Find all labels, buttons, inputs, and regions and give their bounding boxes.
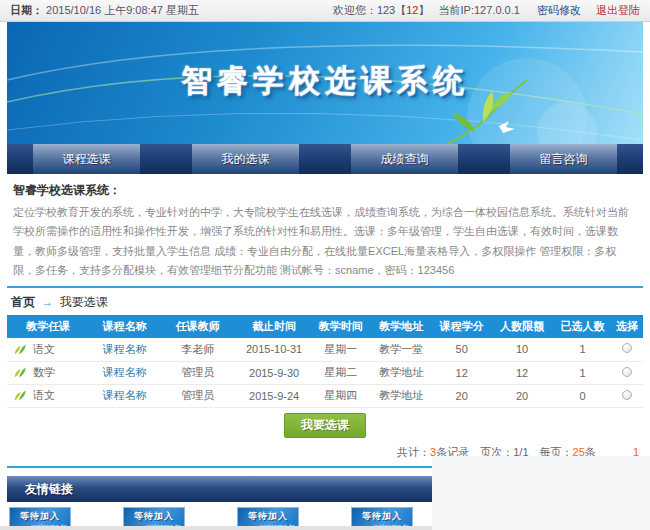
column-header: 教学时间 [312,315,369,338]
table-header-row: 教学任课 课程名称 任课教师 截止时间 教学时间 教学地址 课程学分 人数限额 … [7,315,643,338]
address-cell: 教学一堂 [369,338,433,361]
select-radio[interactable] [622,390,632,400]
credit-cell: 12 [433,361,490,384]
nav-item-grades[interactable]: 成绩查询 [351,144,458,174]
subject-cell: 语文 [7,384,90,407]
topbar-user-area: 欢迎您：123【12】 当前IP:127.0.0.1 密码修改 退出登陆 [327,3,640,18]
leaf-icon [13,343,28,355]
credit-cell: 50 [433,338,490,361]
time-cell: 星期四 [312,384,369,407]
table-row: 语文 课程名称 李老师 2015-10-31 星期一 教学一堂 50 10 1 [7,338,643,361]
select-course-button[interactable]: 我要选课 [284,413,366,438]
column-header: 教学任课 [7,315,90,338]
plant-decoration-icon [431,74,531,144]
bracket-close: 】 [418,4,429,16]
select-radio[interactable] [622,367,632,377]
credit-cell: 20 [433,384,490,407]
column-header: 截止时间 [236,315,312,338]
column-header: 课程学分 [433,315,490,338]
course-name-link[interactable]: 课程名称 [103,389,147,401]
intro-section: 智睿学校选课系统： 定位学校教育开发的系统，专业针对的中学，大专院校学生在线选课… [7,174,643,286]
change-password-link[interactable]: 密码修改 [537,4,581,16]
breadcrumb-arrow-icon: → [41,295,53,309]
message-count: 12 [406,4,418,16]
welcome-text: 欢迎您：123 [333,4,395,16]
nav-item-my-courses[interactable]: 我的选课 [192,144,299,174]
button-row: 我要选课 [7,408,643,441]
date-value: 2015/10/16 上午9:08:47 星期五 [46,4,199,16]
subject-cell: 数学 [7,361,90,384]
date-label: 日期： [10,4,43,16]
subject-cell: 语文 [7,338,90,361]
select-radio[interactable] [622,343,632,353]
limit-cell: 12 [490,361,554,384]
breadcrumb-home-link[interactable]: 首页 [11,295,35,309]
topbar-date: 日期： 2015/10/16 上午9:08:47 星期五 [10,3,199,18]
column-header: 已选人数 [554,315,611,338]
course-table: 教学任课 课程名称 任课教师 截止时间 教学时间 教学地址 课程学分 人数限额 … [7,315,643,408]
nav-item-messages[interactable]: 留言咨询 [510,144,617,174]
leaf-icon [13,366,28,378]
teacher-cell: 管理员 [160,361,236,384]
deadline-cell: 2015-10-31 [236,338,312,361]
deadline-cell: 2015-9-24 [236,384,312,407]
total-label: 共计： [397,446,430,458]
time-cell: 星期二 [312,361,369,384]
column-header: 教学地址 [369,315,433,338]
column-header: 人数限额 [490,315,554,338]
limit-cell: 10 [490,338,554,361]
selected-count-cell: 1 [554,361,611,384]
table-row: 语文 课程名称 管理员 2015-9-24 星期四 教学地址 20 20 0 [7,384,643,407]
leaf-icon [13,389,28,401]
teacher-cell: 李老师 [160,338,236,361]
address-cell: 教学地址 [369,384,433,407]
time-cell: 星期一 [312,338,369,361]
intro-description: 定位学校教育开发的系统，专业针对的中学，大专院校学生在线选课，成绩查询系统，为综… [13,203,637,280]
site-banner: 智睿学校选课系统 [7,22,643,144]
breadcrumb: 首页 → 我要选课 [7,286,643,315]
column-header: 任课教师 [160,315,236,338]
topbar: 日期： 2015/10/16 上午9:08:47 星期五 欢迎您：123【12】… [0,0,650,22]
intro-title: 智睿学校选课系统： [13,182,637,199]
table-row: 数学 课程名称 管理员 2015-9-30 星期二 教学地址 12 12 1 [7,361,643,384]
site-title: 智睿学校选课系统 [7,60,643,102]
breadcrumb-current: 我要选课 [60,295,108,309]
column-header: 课程名称 [90,315,160,338]
main-nav: 课程选课 我的选课 成绩查询 留言咨询 [7,144,643,174]
current-ip: 当前IP:127.0.0.1 [439,4,520,16]
course-name-link[interactable]: 课程名称 [103,366,147,378]
limit-cell: 20 [490,384,554,407]
deadline-cell: 2015-9-30 [236,361,312,384]
nav-item-course-select[interactable]: 课程选课 [33,144,140,174]
selected-count-cell: 1 [554,338,611,361]
logout-link[interactable]: 退出登陆 [596,4,640,16]
column-header: 选择 [611,315,643,338]
address-cell: 教学地址 [369,361,433,384]
overlay-box [432,456,650,530]
course-name-link[interactable]: 课程名称 [103,343,147,355]
bracket-open: 【 [395,4,406,16]
teacher-cell: 管理员 [160,384,236,407]
selected-count-cell: 0 [554,384,611,407]
